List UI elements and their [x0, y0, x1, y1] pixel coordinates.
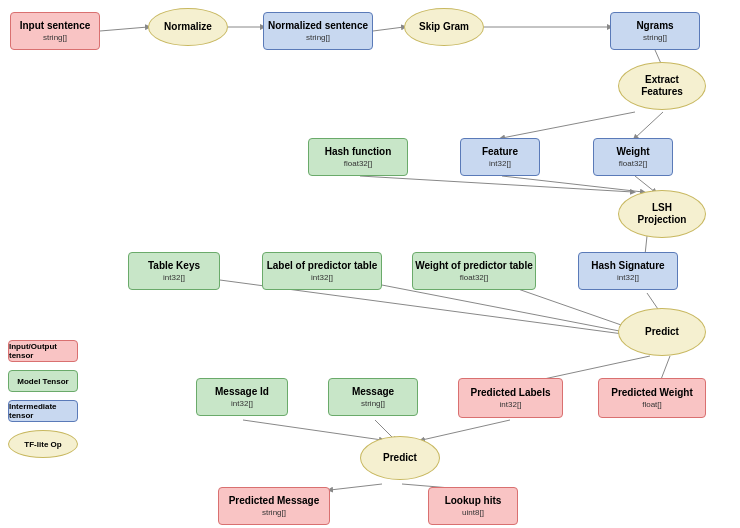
- node-hash-function: Hash function float32[]: [308, 138, 408, 176]
- node-predicted-labels: Predicted Labels int32[]: [458, 378, 563, 418]
- node-input-sentence: Input sentence string[]: [10, 12, 100, 50]
- legend-model: Model Tensor: [8, 370, 78, 392]
- legend: Input/Output tensor Model Tensor Interme…: [8, 340, 78, 458]
- svg-line-7: [360, 176, 633, 192]
- legend-intermediate-label: Intermediate tensor: [9, 402, 77, 420]
- node-predicted-weight: Predicted Weight float[]: [598, 378, 706, 418]
- legend-intermediate: Intermediate tensor: [8, 400, 78, 422]
- svg-line-8: [502, 176, 643, 192]
- svg-line-5: [502, 112, 635, 138]
- node-extract-features: Extract Features: [618, 62, 706, 110]
- node-hash-signature: Hash Signature int32[]: [578, 252, 678, 290]
- node-feature: Feature int32[]: [460, 138, 540, 176]
- legend-op-label: TF-lite Op: [24, 440, 61, 449]
- legend-op-box: TF-lite Op: [8, 430, 78, 458]
- node-message-id: Message Id int32[]: [196, 378, 288, 416]
- svg-line-17: [243, 420, 382, 440]
- node-normalized-sentence: Normalized sentence string[]: [263, 12, 373, 50]
- legend-io: Input/Output tensor: [8, 340, 78, 362]
- legend-io-label: Input/Output tensor: [9, 342, 77, 360]
- node-weight-predictor: Weight of predictor table float32[]: [412, 252, 536, 290]
- node-lookup-hits: Lookup hits uint8[]: [428, 487, 518, 525]
- legend-model-box: Model Tensor: [8, 370, 78, 392]
- node-normalize: Normalize: [148, 8, 228, 46]
- node-table-keys: Table Keys int32[]: [128, 252, 220, 290]
- legend-io-box: Input/Output tensor: [8, 340, 78, 362]
- svg-line-19: [422, 420, 510, 440]
- node-predict2: Predict: [360, 436, 440, 480]
- legend-op: TF-lite Op: [8, 430, 78, 458]
- svg-line-2: [373, 27, 404, 31]
- node-weight: Weight float32[]: [593, 138, 673, 176]
- svg-line-20: [330, 484, 382, 490]
- node-lsh-projection: LSH Projection: [618, 190, 706, 238]
- legend-intermediate-box: Intermediate tensor: [8, 400, 78, 422]
- node-predicted-message: Predicted Message string[]: [218, 487, 330, 525]
- legend-model-label: Model Tensor: [17, 377, 68, 386]
- svg-line-0: [100, 27, 148, 31]
- node-predict1: Predict: [618, 308, 706, 356]
- diagram-container: Input sentence string[] Normalize Normal…: [0, 0, 740, 528]
- node-ngrams: Ngrams string[]: [610, 12, 700, 50]
- svg-line-12: [175, 274, 623, 334]
- svg-line-6: [635, 112, 663, 138]
- node-message: Message string[]: [328, 378, 418, 416]
- node-skip-gram: Skip Gram: [404, 8, 484, 46]
- node-label-predictor: Label of predictor table int32[]: [262, 252, 382, 290]
